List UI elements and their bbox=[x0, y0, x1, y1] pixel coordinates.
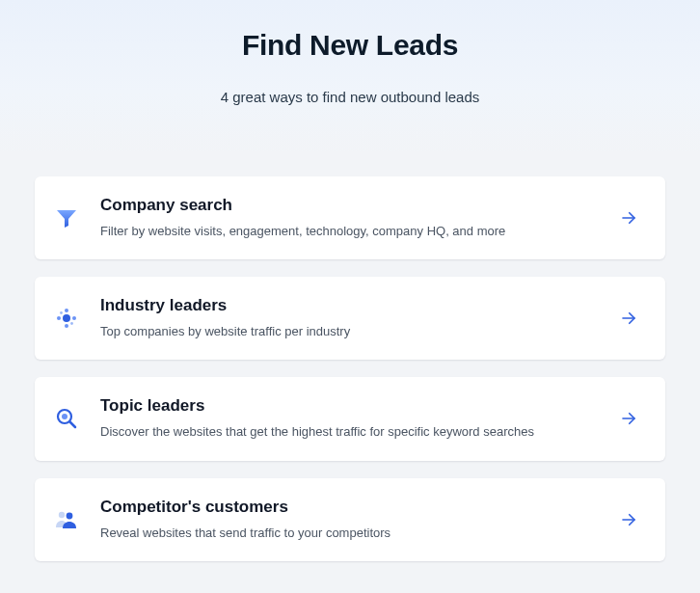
cards-container: Company search Filter by website visits,… bbox=[0, 153, 700, 561]
card-body: Topic leaders Discover the websites that… bbox=[100, 396, 600, 441]
card-company-search[interactable]: Company search Filter by website visits,… bbox=[35, 176, 665, 259]
molecule-icon bbox=[52, 304, 81, 333]
card-description: Reveal websites that send traffic to you… bbox=[100, 525, 600, 542]
svg-point-13 bbox=[59, 511, 65, 517]
people-icon bbox=[52, 505, 81, 534]
magnify-icon bbox=[52, 404, 81, 433]
card-body: Industry leaders Top companies by websit… bbox=[100, 296, 600, 340]
card-industry-leaders[interactable]: Industry leaders Top companies by websit… bbox=[35, 277, 665, 360]
svg-point-4 bbox=[65, 309, 68, 312]
card-description: Filter by website visits, engagement, te… bbox=[100, 223, 600, 240]
card-title: Industry leaders bbox=[100, 296, 600, 315]
card-title: Competitor's customers bbox=[100, 498, 600, 517]
funnel-icon bbox=[52, 203, 81, 232]
svg-point-1 bbox=[63, 314, 70, 322]
svg-point-3 bbox=[72, 316, 76, 320]
arrow-right-icon bbox=[619, 309, 638, 328]
card-competitor-customers[interactable]: Competitor's customers Reveal websites t… bbox=[35, 478, 665, 561]
card-description: Discover the websites that get the highe… bbox=[100, 423, 600, 441]
arrow-right-icon bbox=[619, 510, 638, 529]
page-subtitle: 4 great ways to find new outbound leads bbox=[0, 89, 700, 105]
card-body: Competitor's customers Reveal websites t… bbox=[100, 498, 600, 542]
svg-point-7 bbox=[70, 322, 73, 325]
svg-point-14 bbox=[67, 512, 73, 519]
card-body: Company search Filter by website visits,… bbox=[100, 196, 600, 240]
card-title: Company search bbox=[100, 196, 600, 215]
card-description: Top companies by website traffic per ind… bbox=[100, 323, 600, 340]
card-title: Topic leaders bbox=[100, 396, 600, 416]
arrow-right-icon bbox=[619, 409, 638, 428]
hero-section: Find New Leads 4 great ways to find new … bbox=[0, 0, 700, 153]
svg-point-2 bbox=[57, 316, 61, 320]
svg-point-10 bbox=[62, 414, 67, 419]
svg-point-6 bbox=[60, 311, 63, 314]
svg-line-11 bbox=[70, 422, 76, 428]
arrow-right-icon bbox=[619, 208, 638, 228]
page-title: Find New Leads bbox=[0, 29, 700, 62]
svg-point-5 bbox=[65, 324, 68, 328]
card-topic-leaders[interactable]: Topic leaders Discover the websites that… bbox=[35, 377, 665, 460]
